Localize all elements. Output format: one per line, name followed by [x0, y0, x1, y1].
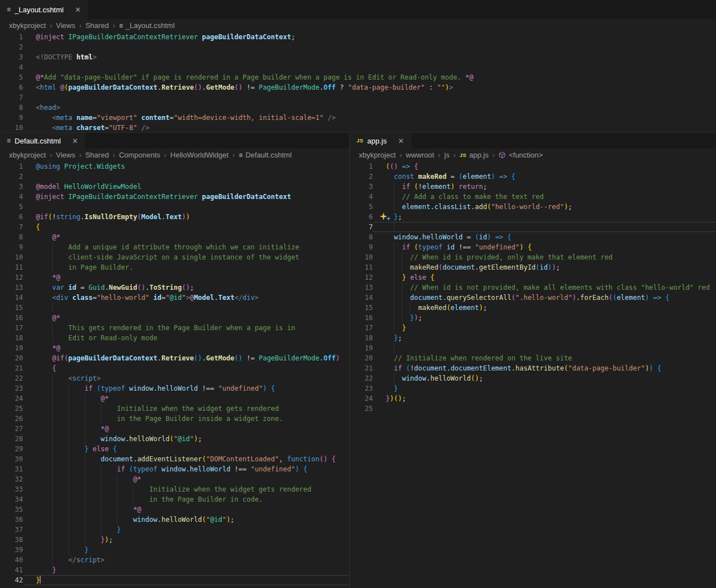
- code-line[interactable]: 6 };: [350, 212, 716, 222]
- code-line[interactable]: 5@*Add "data-page-builder" if page is re…: [0, 72, 716, 82]
- code-line[interactable]: 39 }: [0, 545, 349, 555]
- code-line[interactable]: 30 document.addEventListener("DOMContent…: [0, 454, 349, 464]
- code-editor[interactable]: 1(() => {2 const makeRed = (element) => …: [350, 161, 716, 588]
- code-line[interactable]: 26 in the Page Builder inside a widget z…: [0, 414, 349, 424]
- code-line[interactable]: 6@if(!string.IsNullOrEmpty(Model.Text)): [0, 212, 349, 222]
- breadcrumb-item[interactable]: Views: [56, 21, 75, 30]
- code-line[interactable]: 32 @*: [0, 474, 349, 484]
- code-line[interactable]: 5 element.classList.add("hello-world--re…: [350, 202, 716, 212]
- code-line[interactable]: 23 }: [350, 383, 716, 393]
- code-line[interactable]: 9 Add a unique id attribute through whic…: [0, 242, 349, 252]
- code-line[interactable]: 8 window.helloWorld = (id) => {: [350, 232, 716, 242]
- code-line[interactable]: 10 <meta charset="UTF-8" />: [0, 123, 716, 132]
- code-line[interactable]: 1(() => {: [350, 161, 716, 172]
- code-line[interactable]: 21 {: [0, 363, 349, 373]
- code-line[interactable]: 18 Edit or Read-only mode: [0, 333, 349, 343]
- code-line[interactable]: 15 makeRed(element);: [350, 303, 716, 313]
- code-line[interactable]: 3@model HelloWorldViewModel: [0, 182, 349, 192]
- tab-app-js[interactable]: JS app.js ✕: [350, 133, 412, 149]
- breadcrumb-item[interactable]: ≡Default.cshtml: [239, 151, 292, 159]
- code-line[interactable]: 29 } else {: [0, 444, 349, 454]
- code-line[interactable]: 11 makeRed(document.getElementById(id));: [350, 262, 716, 272]
- breadcrumb-item[interactable]: js: [444, 151, 449, 159]
- code-line[interactable]: 4@inject IPageBuilderDataContextRetrieve…: [0, 192, 349, 202]
- code-line[interactable]: 24})();: [350, 393, 716, 404]
- code-line[interactable]: 16 @*: [0, 313, 349, 323]
- code-line[interactable]: 4: [0, 62, 716, 72]
- code-line[interactable]: 33 Initialize when the widget gets rende…: [0, 484, 349, 494]
- breadcrumb-item[interactable]: Components: [119, 151, 160, 159]
- code-line[interactable]: 28 window.helloWorld("@id");: [0, 434, 349, 444]
- code-line[interactable]: 25 Initialize when the widget gets rende…: [0, 404, 349, 414]
- code-line[interactable]: 19 *@: [0, 343, 349, 353]
- code-line[interactable]: 9 <meta name="viewport" content="width=d…: [0, 113, 716, 123]
- copilot-sparkle-icon[interactable]: [380, 212, 392, 221]
- code-line[interactable]: 7{: [0, 222, 349, 232]
- code-line[interactable]: 14 <div class="hello-world" id="@id">@Mo…: [0, 293, 349, 303]
- code-line[interactable]: 31 if (typeof window.helloWorld !== "und…: [0, 464, 349, 474]
- code-line[interactable]: 4 // Add a class to make the text red: [350, 192, 716, 202]
- close-icon[interactable]: ✕: [396, 136, 406, 146]
- code-line[interactable]: 34 in the Page Builder in code.: [0, 494, 349, 504]
- breadcrumb-item[interactable]: wwwroot: [406, 151, 435, 159]
- code-line[interactable]: 14 document.querySelectorAll(".hello-wor…: [350, 293, 716, 303]
- code-line[interactable]: 35 *@: [0, 504, 349, 515]
- code-line[interactable]: 42}: [0, 575, 349, 585]
- code-line[interactable]: 24 @*: [0, 393, 349, 404]
- code-line[interactable]: 16 });: [350, 313, 716, 323]
- breadcrumb-item[interactable]: JSapp.js: [460, 151, 489, 159]
- code-line[interactable]: 25: [350, 404, 716, 414]
- code-line[interactable]: 23 if (typeof window.helloWorld !== "und…: [0, 383, 349, 393]
- code-line[interactable]: 2: [0, 42, 716, 52]
- close-icon[interactable]: ✕: [70, 136, 80, 146]
- breadcrumb-item[interactable]: xbykproject: [9, 151, 46, 159]
- code-line[interactable]: 19: [350, 343, 716, 353]
- code-line[interactable]: 8 @*: [0, 232, 349, 242]
- breadcrumb-item[interactable]: HelloWorldWidget: [170, 151, 229, 159]
- code-line[interactable]: 37 }: [0, 525, 349, 535]
- breadcrumb-item[interactable]: ≡_Layout.cshtml: [119, 21, 174, 30]
- code-line[interactable]: 22 window.helloWorld();: [350, 373, 716, 383]
- code-line[interactable]: 13 var id = Guid.NewGuid().ToString();: [0, 283, 349, 293]
- code-editor[interactable]: 1@inject IPageBuilderDataContextRetrieve…: [0, 32, 716, 132]
- code-line[interactable]: 11 in Page Builder.: [0, 262, 349, 272]
- breadcrumb-item[interactable]: <function>: [498, 151, 543, 159]
- code-line[interactable]: 2: [0, 172, 349, 182]
- code-line[interactable]: 41 }: [0, 565, 349, 575]
- code-line[interactable]: 1@inject IPageBuilderDataContextRetrieve…: [0, 32, 716, 42]
- code-line[interactable]: 3 if (!element) return;: [350, 182, 716, 192]
- breadcrumb-item[interactable]: Shared: [85, 151, 109, 159]
- code-line[interactable]: 27 *@: [0, 424, 349, 434]
- code-line[interactable]: 36 window.helloWorld("@id");: [0, 515, 349, 525]
- code-line[interactable]: 40 </script>: [0, 555, 349, 565]
- code-line[interactable]: 22 <script>: [0, 373, 349, 383]
- close-icon[interactable]: ✕: [73, 5, 82, 15]
- code-line[interactable]: 20 // Initialize when rendered on the li…: [350, 353, 716, 363]
- code-line[interactable]: 15: [0, 303, 349, 313]
- code-editor[interactable]: 1@using Project.Widgets23@model HelloWor…: [0, 161, 349, 588]
- code-line[interactable]: 7: [350, 222, 716, 232]
- code-line[interactable]: 38 });: [0, 535, 349, 545]
- breadcrumb-item[interactable]: xbykproject: [9, 21, 46, 30]
- breadcrumb-item[interactable]: Views: [56, 151, 75, 159]
- code-line[interactable]: 8<head>: [0, 103, 716, 113]
- breadcrumb-item[interactable]: xbykproject: [359, 151, 396, 159]
- code-line[interactable]: 12 } else {: [350, 272, 716, 283]
- code-line[interactable]: 5: [0, 202, 349, 212]
- code-line[interactable]: 13 // When id is not provided, make all …: [350, 283, 716, 293]
- code-line[interactable]: 21 if (!document.documentElement.hasAttr…: [350, 363, 716, 373]
- tab-default-cshtml[interactable]: ≡ Default.cshtml ✕: [0, 133, 85, 149]
- code-line[interactable]: 2 const makeRed = (element) => {: [350, 172, 716, 182]
- code-line[interactable]: 6<html @(pageBuilderDataContext.Retrieve…: [0, 82, 716, 92]
- code-line[interactable]: 12 *@: [0, 272, 349, 283]
- code-line[interactable]: 1@using Project.Widgets: [0, 161, 349, 172]
- code-line[interactable]: 17 This gets rendered in the Page Builde…: [0, 323, 349, 333]
- breadcrumb-item[interactable]: Shared: [85, 21, 109, 30]
- tab-layout-cshtml[interactable]: ≡ _Layout.cshtml ✕: [0, 0, 88, 19]
- code-line[interactable]: 9 if (typeof id !== "undefined") {: [350, 242, 716, 252]
- code-line[interactable]: 18 };: [350, 333, 716, 343]
- code-line[interactable]: 3<!DOCTYPE html>: [0, 52, 716, 62]
- code-line[interactable]: 10 // When id is provided, only make tha…: [350, 252, 716, 262]
- code-line[interactable]: 7: [0, 92, 716, 103]
- code-line[interactable]: 10 client-side JavaScript on a single in…: [0, 252, 349, 262]
